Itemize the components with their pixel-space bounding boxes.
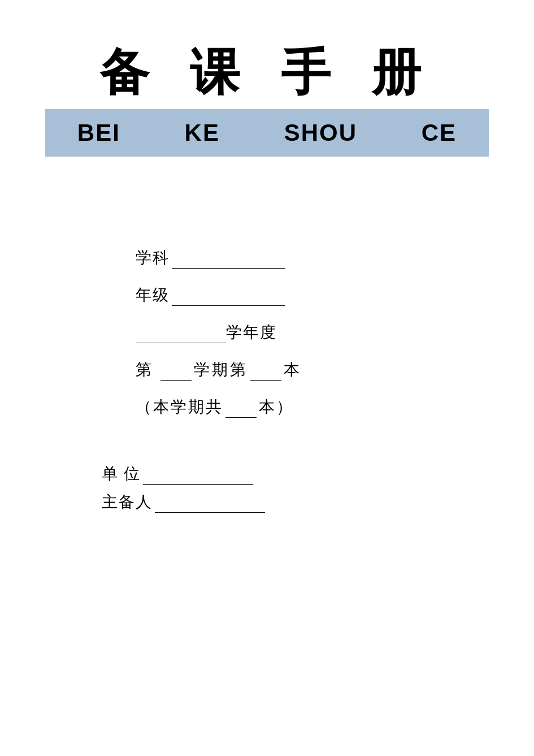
xue-ke-underline[interactable] xyxy=(172,268,285,269)
ben-end-label: 本） xyxy=(259,396,294,418)
di-xue-qi-row: 第 学期第 本 xyxy=(136,359,302,381)
nian-ji-row: 年级 xyxy=(136,284,285,306)
bottom-section: 单 位 主备人 xyxy=(45,463,489,513)
dan-wei-row: 单 位 xyxy=(102,463,489,485)
ben-xue-qi-label: （本学期共 xyxy=(136,396,223,418)
pinyin-bei: BEI xyxy=(77,119,120,146)
ben-label: 本 xyxy=(284,359,302,381)
title-section: 备 课 手 册 BEI KE SHOU CE xyxy=(45,34,489,157)
qi-underline[interactable] xyxy=(250,380,281,381)
nian-du-row: 学年度 xyxy=(136,322,277,343)
ben-xue-qi-row: （本学期共 本） xyxy=(136,396,294,418)
nian-ji-underline[interactable] xyxy=(172,305,285,306)
pinyin-ce: CE xyxy=(422,119,457,146)
ben-xue-underline[interactable] xyxy=(225,417,257,418)
nian-ji-label: 年级 xyxy=(136,284,170,306)
di-label: 第 xyxy=(136,359,158,381)
dan-wei-label: 单 位 xyxy=(102,463,141,485)
nian-du-underline[interactable] xyxy=(136,343,226,343)
zhu-bei-ren-row: 主备人 xyxy=(102,491,489,513)
pinyin-ke: KE xyxy=(185,119,220,146)
info-section: 学科 年级 学年度 第 学期第 本 （本学期共 本） xyxy=(45,247,489,418)
zhu-bei-ren-label: 主备人 xyxy=(102,491,153,513)
zhu-bei-ren-underline[interactable] xyxy=(155,512,265,513)
xue-nian-du-label: 学年度 xyxy=(226,322,277,343)
di-underline[interactable] xyxy=(160,380,192,381)
xue-qi-zhong-label: 学期第 xyxy=(194,359,248,381)
pinyin-shou: SHOU xyxy=(284,119,357,146)
pinyin-bar: BEI KE SHOU CE xyxy=(45,109,489,157)
page: 备 课 手 册 BEI KE SHOU CE 学科 年级 学年度 第 学期第 本 xyxy=(0,0,534,756)
dan-wei-underline[interactable] xyxy=(143,484,253,485)
xue-ke-label: 学科 xyxy=(136,247,170,269)
xue-ke-row: 学科 xyxy=(136,247,285,269)
main-title: 备 课 手 册 xyxy=(45,34,489,109)
